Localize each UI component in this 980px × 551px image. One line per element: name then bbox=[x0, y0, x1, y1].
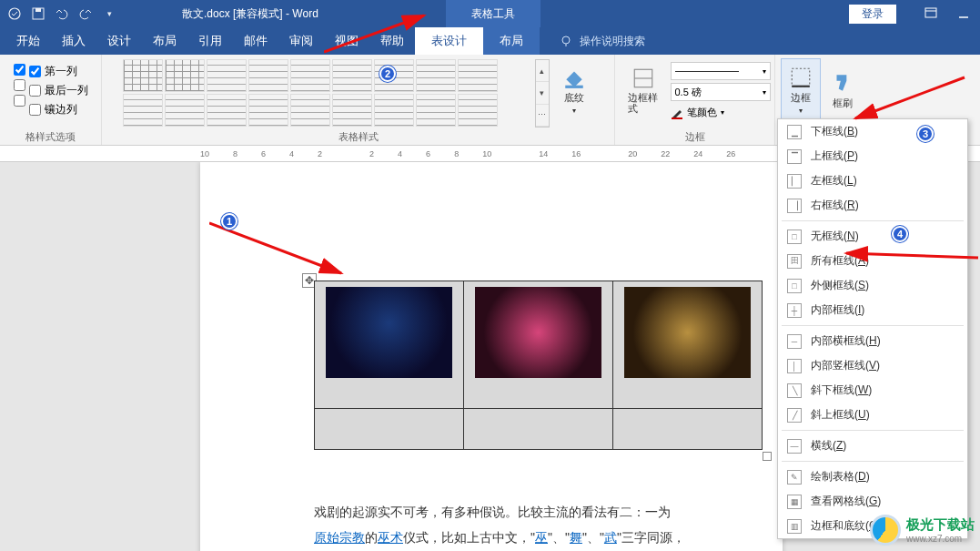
link-witchcraft[interactable]: 巫术 bbox=[378, 530, 403, 545]
menu-hline[interactable]: —横线(Z) bbox=[778, 434, 967, 458]
svg-rect-11 bbox=[672, 117, 682, 119]
borders-dropdown-menu: ▁下框线(B) ▔上框线(P) ▏左框线(L) ▕右框线(R) □无框线(N) … bbox=[777, 118, 968, 539]
menu-bottom-border[interactable]: ▁下框线(B) bbox=[778, 119, 967, 144]
table-resize-handle[interactable] bbox=[763, 452, 772, 461]
chk-row-1[interactable] bbox=[14, 64, 25, 76]
undo-icon[interactable] bbox=[53, 5, 71, 23]
document-title: 散文.docx [兼容模式] - Word bbox=[182, 6, 318, 22]
save-icon[interactable] bbox=[29, 5, 47, 23]
bucket-icon bbox=[562, 66, 586, 89]
annotation-badge-1: 1 bbox=[221, 213, 237, 230]
tab-review[interactable]: 审阅 bbox=[278, 27, 324, 55]
table-image-2[interactable] bbox=[475, 287, 601, 378]
annotation-badge-4: 4 bbox=[892, 226, 908, 242]
contextual-tab-label: 表格工具 bbox=[446, 0, 541, 27]
group-style-options: 格样式选项 bbox=[25, 130, 76, 143]
menu-diag-up[interactable]: ╱斜上框线(U) bbox=[778, 403, 967, 427]
menu-draw-table[interactable]: ✎绘制表格(D) bbox=[778, 464, 967, 489]
tab-references[interactable]: 引用 bbox=[187, 27, 233, 55]
painter-icon bbox=[831, 71, 854, 95]
pen-icon bbox=[671, 107, 683, 119]
shading-button[interactable]: 底纹▾ bbox=[553, 58, 595, 122]
borders-icon bbox=[789, 66, 813, 89]
table-image-1[interactable] bbox=[326, 287, 452, 378]
chk-banded-col[interactable]: 镶边列 bbox=[29, 102, 88, 117]
minimize-icon[interactable] bbox=[947, 0, 980, 27]
chk-first-col[interactable]: 第一列 bbox=[29, 64, 88, 79]
tab-mailings[interactable]: 邮件 bbox=[233, 27, 278, 55]
link-martial[interactable]: 武 bbox=[604, 530, 617, 545]
borders-dropdown-button[interactable]: 边框▾ bbox=[781, 58, 821, 122]
watermark: 极光下载站www.xz7.com bbox=[870, 515, 975, 546]
annotation-badge-3: 3 bbox=[917, 126, 934, 142]
link-wu[interactable]: 巫 bbox=[535, 530, 548, 545]
ribbon-display-icon[interactable] bbox=[914, 0, 947, 27]
menu-all-borders[interactable]: 田所有框线(A) bbox=[778, 249, 967, 273]
link-religion[interactable]: 原始宗教 bbox=[314, 530, 365, 545]
chk-last-col[interactable]: 最后一列 bbox=[29, 83, 88, 98]
svg-rect-3 bbox=[925, 8, 936, 17]
menu-top-border[interactable]: ▔上框线(P) bbox=[778, 144, 967, 168]
autosave-icon[interactable] bbox=[5, 5, 24, 23]
tab-layout[interactable]: 布局 bbox=[142, 27, 187, 55]
chk-row-2[interactable] bbox=[14, 79, 25, 91]
link-dance[interactable]: 舞 bbox=[570, 530, 582, 545]
annotation-badge-2: 2 bbox=[379, 66, 396, 82]
ribbon-tabs: 开始 插入 设计 布局 引用 邮件 审阅 视图 帮助 表设计 布局 操作说明搜索 bbox=[0, 27, 980, 55]
table-image-3[interactable] bbox=[624, 287, 751, 378]
group-table-styles: 表格样式 bbox=[338, 130, 379, 143]
tab-table-design[interactable]: 表设计 bbox=[415, 27, 483, 55]
tab-help[interactable]: 帮助 bbox=[369, 27, 415, 55]
menu-outside-borders[interactable]: □外侧框线(S) bbox=[778, 273, 967, 298]
svg-rect-8 bbox=[565, 86, 583, 88]
table-styles-gallery[interactable] bbox=[122, 58, 535, 128]
menu-left-border[interactable]: ▏左框线(L) bbox=[778, 168, 967, 193]
tell-me-label: 操作说明搜索 bbox=[580, 34, 645, 49]
svg-point-6 bbox=[562, 36, 570, 44]
tab-insert[interactable]: 插入 bbox=[51, 27, 96, 55]
svg-rect-2 bbox=[35, 8, 41, 12]
tell-me-search[interactable]: 操作说明搜索 bbox=[560, 34, 645, 49]
menu-view-gridlines[interactable]: ▦查看网格线(G) bbox=[778, 489, 967, 514]
border-painter-button[interactable]: 框刷 bbox=[824, 58, 861, 122]
menu-no-border[interactable]: □无框线(N) bbox=[778, 224, 967, 249]
tab-home[interactable]: 开始 bbox=[5, 27, 51, 55]
menu-right-border[interactable]: ▕右框线(R) bbox=[778, 193, 967, 218]
menu-diag-down[interactable]: ╲斜下框线(W) bbox=[778, 378, 967, 403]
border-styles-button[interactable]: 边框样 式 bbox=[620, 58, 667, 122]
tab-design[interactable]: 设计 bbox=[96, 27, 142, 55]
menu-inside-h-border[interactable]: ─内部横框线(H) bbox=[778, 329, 967, 353]
border-weight[interactable]: 0.5 磅▾ bbox=[671, 83, 771, 101]
gallery-scroll[interactable]: ▴▾⋯ bbox=[535, 59, 550, 128]
tab-view[interactable]: 视图 bbox=[324, 27, 369, 55]
watermark-logo-icon bbox=[870, 515, 901, 546]
redo-icon[interactable] bbox=[76, 5, 95, 23]
qat-more-icon[interactable]: ▾ bbox=[100, 5, 118, 23]
document-table[interactable] bbox=[314, 281, 763, 450]
svg-point-0 bbox=[9, 8, 20, 19]
group-borders: 边框 bbox=[685, 130, 705, 143]
svg-rect-12 bbox=[792, 68, 810, 87]
lightbulb-icon bbox=[560, 35, 572, 47]
document-body-text[interactable]: 戏剧的起源实不可考，有多种假说。比较主流的看法有二：一为 原始宗教的巫术仪式，比… bbox=[314, 499, 764, 550]
menu-inside-borders[interactable]: ┼内部框线(I) bbox=[778, 298, 967, 322]
login-button[interactable]: 登录 bbox=[849, 5, 896, 24]
tab-table-layout[interactable]: 布局 bbox=[483, 27, 540, 55]
chk-row-3[interactable] bbox=[14, 95, 25, 107]
menu-inside-v-border[interactable]: │内部竖框线(V) bbox=[778, 353, 967, 378]
pen-color-button[interactable]: 笔颜色▾ bbox=[671, 104, 771, 121]
border-style-icon bbox=[631, 66, 655, 90]
border-line-style[interactable]: ▾ bbox=[671, 62, 771, 80]
